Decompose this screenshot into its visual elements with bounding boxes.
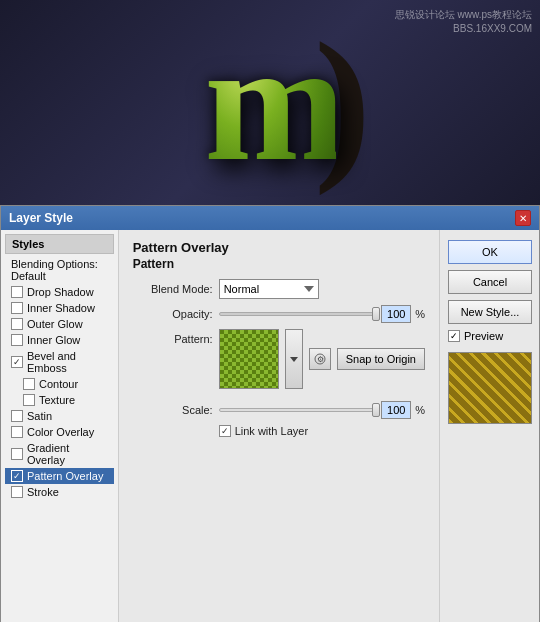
- style-label-outer-glow: Outer Glow: [27, 318, 83, 330]
- style-label-pattern-overlay: Pattern Overlay: [27, 470, 103, 482]
- blend-mode-row: Blend Mode: Normal Multiply Screen Overl…: [133, 279, 425, 299]
- style-item-satin[interactable]: Satin: [5, 408, 114, 424]
- preview-label-row: ✓ Preview: [448, 330, 531, 342]
- style-label-inner-shadow: Inner Shadow: [27, 302, 95, 314]
- pattern-preview[interactable]: [219, 329, 279, 389]
- pattern-options-button[interactable]: ⚙: [309, 348, 331, 370]
- inner-glow-checkbox[interactable]: [11, 334, 23, 346]
- style-item-color-overlay[interactable]: Color Overlay: [5, 424, 114, 440]
- sub-section-title: Pattern: [133, 257, 425, 271]
- style-item-inner-glow[interactable]: Inner Glow: [5, 332, 114, 348]
- cancel-button[interactable]: Cancel: [448, 270, 532, 294]
- scale-slider-thumb: [372, 403, 380, 417]
- link-layer-row: ✓ Link with Layer: [219, 425, 425, 437]
- scale-percent: %: [415, 404, 425, 416]
- opacity-row: Opacity: %: [133, 305, 425, 323]
- opacity-label: Opacity:: [133, 308, 213, 320]
- opacity-slider[interactable]: [219, 312, 378, 316]
- new-style-button[interactable]: New Style...: [448, 300, 532, 324]
- style-label-satin: Satin: [27, 410, 52, 422]
- link-layer-checkbox[interactable]: ✓: [219, 425, 231, 437]
- style-item-blending[interactable]: Blending Options: Default: [5, 256, 114, 284]
- main-panel: Pattern Overlay Pattern Blend Mode: Norm…: [119, 230, 439, 622]
- blend-mode-label: Blend Mode:: [133, 283, 213, 295]
- style-item-gradient-overlay[interactable]: Gradient Overlay: [5, 440, 114, 468]
- scale-label: Scale:: [133, 404, 213, 416]
- styles-panel: Styles Blending Options: Default Drop Sh…: [1, 230, 119, 622]
- opacity-slider-thumb: [372, 307, 380, 321]
- style-item-bevel-emboss[interactable]: ✓ Bevel and Emboss: [5, 348, 114, 376]
- style-item-contour[interactable]: Contour: [5, 376, 114, 392]
- contour-checkbox[interactable]: [23, 378, 35, 390]
- link-layer-label: Link with Layer: [235, 425, 308, 437]
- style-item-texture[interactable]: Texture: [5, 392, 114, 408]
- style-label-drop-shadow: Drop Shadow: [27, 286, 94, 298]
- svg-text:⚙: ⚙: [316, 355, 323, 364]
- style-item-drop-shadow[interactable]: Drop Shadow: [5, 284, 114, 300]
- canvas-area: m ) 思锐设计论坛 www.ps教程论坛 BBS.16XX9.COM: [0, 0, 540, 205]
- opacity-value-input[interactable]: [381, 305, 411, 323]
- style-label-bevel-emboss: Bevel and Emboss: [27, 350, 108, 374]
- style-label-blending: Blending Options: Default: [11, 258, 108, 282]
- pattern-dropdown-button[interactable]: [285, 329, 303, 389]
- style-item-inner-shadow[interactable]: Inner Shadow: [5, 300, 114, 316]
- section-title: Pattern Overlay: [133, 240, 425, 255]
- styles-header: Styles: [5, 234, 114, 254]
- style-label-color-overlay: Color Overlay: [27, 426, 94, 438]
- layer-style-dialog: Layer Style ✕ Styles Blending Options: D…: [0, 205, 540, 622]
- bevel-emboss-checkbox[interactable]: ✓: [11, 356, 23, 368]
- style-label-texture: Texture: [39, 394, 75, 406]
- scale-slider[interactable]: [219, 408, 378, 412]
- scale-value-input[interactable]: [381, 401, 411, 419]
- style-label-gradient-overlay: Gradient Overlay: [27, 442, 108, 466]
- scale-slider-container: %: [219, 401, 425, 419]
- stroke-checkbox[interactable]: [11, 486, 23, 498]
- preview-label-text: Preview: [464, 330, 503, 342]
- drop-shadow-checkbox[interactable]: [11, 286, 23, 298]
- pattern-overlay-checkbox[interactable]: ✓: [11, 470, 23, 482]
- ok-button[interactable]: OK: [448, 240, 532, 264]
- blend-mode-select[interactable]: Normal Multiply Screen Overlay: [219, 279, 319, 299]
- right-panel: OK Cancel New Style... ✓ Preview: [439, 230, 539, 622]
- snap-to-origin-button[interactable]: Snap to Origin: [337, 348, 425, 370]
- texture-checkbox[interactable]: [23, 394, 35, 406]
- gradient-overlay-checkbox[interactable]: [11, 448, 23, 460]
- pattern-label: Pattern:: [133, 333, 213, 345]
- dialog-title: Layer Style: [9, 211, 73, 225]
- opacity-percent: %: [415, 308, 425, 320]
- preview-box: [448, 352, 532, 424]
- style-item-outer-glow[interactable]: Outer Glow: [5, 316, 114, 332]
- watermark: 思锐设计论坛 www.ps教程论坛 BBS.16XX9.COM: [395, 8, 532, 36]
- style-item-pattern-overlay[interactable]: ✓ Pattern Overlay: [5, 468, 114, 484]
- dialog-body: Styles Blending Options: Default Drop Sh…: [1, 230, 539, 622]
- style-item-stroke[interactable]: Stroke: [5, 484, 114, 500]
- pattern-selector: ⚙ Snap to Origin: [219, 329, 425, 389]
- close-button[interactable]: ✕: [515, 210, 531, 226]
- outer-glow-checkbox[interactable]: [11, 318, 23, 330]
- pattern-row: Pattern: ⚙ Snap to Origin: [133, 329, 425, 395]
- style-label-stroke: Stroke: [27, 486, 59, 498]
- canvas-letter: m: [204, 5, 336, 200]
- style-label-inner-glow: Inner Glow: [27, 334, 80, 346]
- preview-checkbox[interactable]: ✓: [448, 330, 460, 342]
- dialog-titlebar: Layer Style ✕: [1, 206, 539, 230]
- opacity-slider-container: %: [219, 305, 425, 323]
- style-label-contour: Contour: [39, 378, 78, 390]
- scale-row: Scale: %: [133, 401, 425, 419]
- color-overlay-checkbox[interactable]: [11, 426, 23, 438]
- satin-checkbox[interactable]: [11, 410, 23, 422]
- inner-shadow-checkbox[interactable]: [11, 302, 23, 314]
